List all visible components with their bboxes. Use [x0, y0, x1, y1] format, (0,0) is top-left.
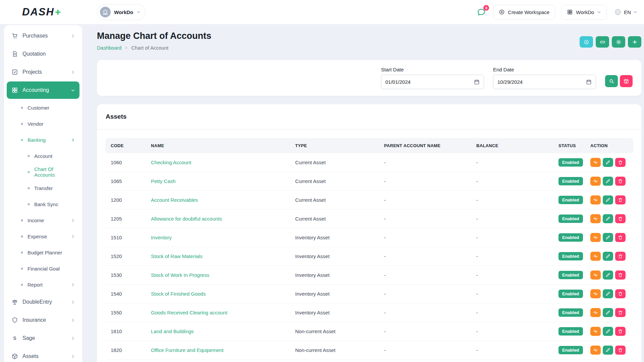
sub-account-button[interactable]	[590, 346, 601, 355]
edit-button[interactable]	[603, 308, 613, 317]
account-code: 1200	[105, 191, 146, 209]
create-workspace-button[interactable]: Create Workspace	[493, 5, 555, 20]
sidebar-item-accounting[interactable]: Accounting	[7, 81, 79, 99]
edit-button[interactable]	[603, 177, 613, 186]
main-content: Manage Chart of Accounts Dashboard Chart…	[97, 24, 641, 362]
sub-account-button[interactable]	[590, 289, 601, 298]
account-name-link[interactable]: Goods Received Clearing account	[151, 310, 227, 315]
account-name-link[interactable]: Petty Cash	[151, 178, 175, 184]
sidebar-item-customer[interactable]: Customer	[7, 100, 79, 116]
delete-button[interactable]	[615, 308, 626, 317]
account-type: Current Asset	[290, 209, 379, 228]
row-actions	[590, 327, 628, 336]
delete-button[interactable]	[615, 214, 626, 223]
sidebar-item-doubleentry[interactable]: DoubleEntry	[7, 293, 79, 311]
app-logo[interactable]: DASH +	[0, 6, 82, 18]
sub-account-button[interactable]	[590, 327, 601, 336]
header-action-capsule-button[interactable]	[596, 36, 609, 48]
account-name-link[interactable]: Office Furniture and Equipement	[151, 347, 224, 353]
account-name-link[interactable]: Allowance for doubtful accounts	[151, 216, 222, 222]
account-name-link[interactable]: Stock of Work In Progress	[151, 272, 209, 278]
activity-icon	[593, 291, 598, 296]
sidebar-item-quotation[interactable]: Quotation	[7, 45, 79, 63]
delete-button[interactable]	[615, 346, 626, 355]
delete-button[interactable]	[615, 289, 626, 298]
edit-button[interactable]	[603, 289, 613, 298]
sidebar-item-purchases[interactable]: Purchases	[7, 27, 79, 45]
dot-icon	[27, 170, 31, 174]
account-code: 1065	[105, 172, 146, 191]
workdo-apps-button[interactable]: WorkDo	[561, 5, 607, 20]
sidebar-item-account[interactable]: Account	[7, 148, 79, 164]
header-action-disc-button[interactable]	[580, 36, 593, 48]
sub-account-button[interactable]	[590, 308, 601, 317]
delete-button[interactable]	[615, 327, 626, 336]
sidebar-item-chart-of-accounts[interactable]: Chart Of Accounts	[7, 164, 79, 180]
language-selector[interactable]: EN	[613, 6, 639, 18]
sidebar-item-expense[interactable]: Expense	[7, 228, 79, 244]
edit-button[interactable]	[603, 327, 613, 336]
account-name-link[interactable]: Stock of Raw Materials	[151, 253, 202, 259]
settings-button[interactable]	[612, 36, 625, 48]
sidebar-item-label: Accounting	[22, 87, 49, 93]
row-actions	[590, 289, 628, 298]
sidebar-item-insurance[interactable]: Insurance	[7, 311, 79, 329]
delete-button[interactable]	[615, 252, 626, 261]
sub-account-button[interactable]	[590, 270, 601, 280]
sidebar-item-projects[interactable]: Projects	[7, 63, 79, 81]
dot-icon	[20, 283, 24, 287]
edit-button[interactable]	[603, 195, 613, 204]
table-row: 1065 Petty Cash Current Asset - - Enable…	[105, 172, 633, 191]
delete-button[interactable]	[615, 177, 626, 186]
edit-button[interactable]	[603, 252, 613, 261]
account-balance: -	[471, 341, 553, 360]
sidebar-item-report[interactable]: Report	[7, 277, 79, 293]
activity-icon	[593, 235, 598, 240]
sidebar-item-assets[interactable]: Assets	[7, 348, 79, 362]
sidebar-item-sage[interactable]: Sage	[7, 329, 79, 347]
delete-button[interactable]	[615, 158, 626, 167]
sidebar-item-income[interactable]: Income	[7, 212, 79, 228]
sub-account-button[interactable]	[590, 252, 601, 261]
search-button[interactable]	[605, 75, 618, 87]
delete-button[interactable]	[615, 270, 626, 280]
sub-account-button[interactable]	[590, 177, 601, 186]
edit-button[interactable]	[603, 233, 613, 242]
start-date-input[interactable]: 01/01/2024	[381, 75, 484, 89]
reset-filter-button[interactable]	[620, 75, 633, 87]
account-name-link[interactable]: Land and Buildings	[151, 328, 194, 334]
sidebar-item-transfer[interactable]: Transfer	[7, 180, 79, 196]
edit-button[interactable]	[603, 214, 613, 223]
sidebar-item-bank-sync[interactable]: Bank Sync	[7, 196, 79, 212]
breadcrumb-dashboard-link[interactable]: Dashboard	[97, 45, 121, 51]
sidebar-item-budget-planner[interactable]: Budget Planner	[7, 244, 79, 260]
delete-button[interactable]	[615, 195, 626, 204]
sub-account-button[interactable]	[590, 214, 601, 223]
add-account-button[interactable]	[628, 36, 641, 48]
sub-account-button[interactable]	[590, 195, 601, 204]
sidebar-item-vendor[interactable]: Vendor	[7, 116, 79, 132]
messages-button[interactable]: 0	[476, 6, 487, 18]
row-actions	[590, 308, 628, 317]
account-type: Inventory Asset	[290, 228, 379, 247]
workspace-switcher[interactable]: WorkDo	[97, 4, 146, 20]
edit-button[interactable]	[603, 270, 613, 280]
status-badge: Enabled	[558, 196, 583, 204]
sub-account-button[interactable]	[590, 158, 601, 167]
table-row: 1510 Inventory Inventory Asset - - Enabl…	[105, 228, 633, 247]
double-entry-icon	[11, 299, 18, 305]
sidebar-item-financial-goal[interactable]: Financial Goal	[7, 260, 79, 277]
sidebar-item-banking[interactable]: Banking	[7, 132, 79, 148]
sub-account-button[interactable]	[590, 233, 601, 242]
account-name-link[interactable]: Account Receivables	[151, 197, 198, 203]
account-name-link[interactable]: Checking Account	[151, 160, 191, 165]
chevron-right-icon	[71, 318, 75, 322]
account-name-link[interactable]: Stock of Finished Goods	[151, 291, 206, 297]
edit-button[interactable]	[603, 158, 613, 167]
account-type: Non-current Asset	[290, 341, 379, 360]
end-date-input[interactable]: 10/29/2024	[493, 75, 596, 89]
delete-button[interactable]	[615, 233, 626, 242]
edit-button[interactable]	[603, 346, 613, 355]
chevron-down-icon	[597, 10, 601, 14]
account-name-link[interactable]: Inventory	[151, 235, 172, 240]
